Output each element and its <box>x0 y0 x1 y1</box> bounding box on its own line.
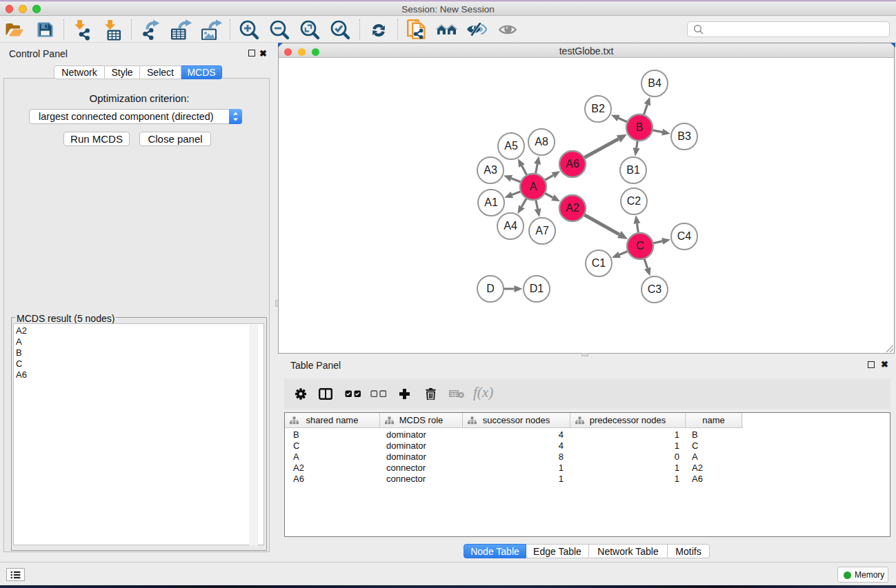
svg-text:A8: A8 <box>535 136 548 148</box>
svg-text:B1: B1 <box>626 164 640 176</box>
svg-text:C1: C1 <box>592 257 606 269</box>
svg-text:A4: A4 <box>504 220 517 232</box>
svg-text:A7: A7 <box>535 225 549 236</box>
svg-text:D1: D1 <box>530 283 544 294</box>
svg-text:B4: B4 <box>648 77 661 89</box>
svg-text:A6: A6 <box>566 158 579 170</box>
svg-text:A2: A2 <box>566 202 579 214</box>
svg-text:C4: C4 <box>677 230 692 242</box>
svg-text:A3: A3 <box>484 164 497 176</box>
svg-text:A1: A1 <box>484 196 498 208</box>
svg-text:D: D <box>486 283 495 294</box>
svg-text:A: A <box>530 181 537 192</box>
svg-text:A5: A5 <box>504 140 518 152</box>
svg-text:C: C <box>636 240 644 252</box>
svg-text:B3: B3 <box>677 130 691 142</box>
svg-text:B2: B2 <box>591 103 605 114</box>
svg-text:C3: C3 <box>648 283 662 295</box>
svg-text:C2: C2 <box>627 195 641 207</box>
svg-text:B: B <box>636 121 644 133</box>
